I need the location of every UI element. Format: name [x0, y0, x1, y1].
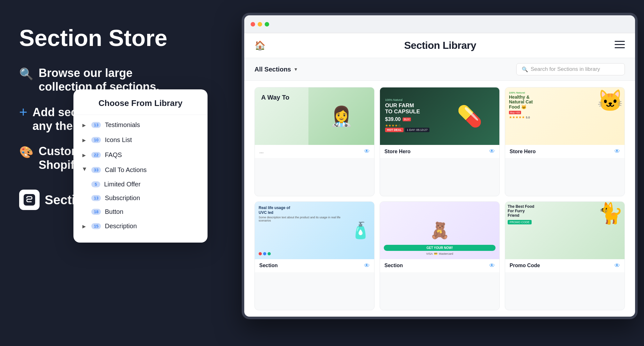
card-footer-3: Store Hero 👁 — [505, 145, 625, 158]
uvc-icons — [259, 252, 271, 255]
page-title: Section Store — [19, 26, 198, 51]
section-card-6: The Best FoodFor FurryFriend PROMO CODE … — [505, 201, 625, 311]
badge-limited-offer: 5 — [91, 181, 100, 187]
menu-item-faqs[interactable]: ▶ 22 FAQS — [73, 147, 208, 162]
uvc-desc: Some description text about the product … — [259, 216, 349, 222]
promo-details: GET YOUR NOW! VISA💳Mastercard — [384, 245, 496, 255]
label-testimonials: Testimonials — [105, 121, 140, 129]
svg-rect-2 — [615, 44, 625, 45]
dropdown-arrow-icon: ▼ — [293, 67, 298, 72]
badge-testimonials: 13 — [91, 122, 101, 128]
card3-content: 100% Natural Healthy &Natural CatFood 🐱 … — [509, 91, 533, 119]
section-card-3: 100% Natural Healthy &Natural CatFood 🐱 … — [505, 87, 625, 196]
card-image-2: 100% Natural OUR FARMTO CAPSULE $39.00 B… — [380, 87, 499, 145]
stars: ★★★★☆ — [385, 124, 401, 128]
label-button: Button — [105, 208, 123, 215]
chrome-minimize[interactable] — [258, 22, 262, 26]
card-image-1: A Way To 👩‍⚕️ — [255, 87, 374, 145]
label-icons-list: Icons List — [105, 136, 132, 144]
laptop-screen: 🏠 Section Library All Sections ▼ — [242, 13, 638, 319]
menu-item-testimonials[interactable]: ▶ 13 Testimonials — [73, 117, 208, 132]
menu-item-icons-list[interactable]: ▶ 10 Icons List — [73, 132, 208, 147]
badge-button: 18 — [91, 209, 101, 215]
label-limited-offer: Limited Offer — [104, 181, 140, 188]
uvc-product: 🧴 — [349, 204, 372, 257]
arrow-call-to-actions: ▶ — [82, 168, 87, 173]
card-image-5: 🧸 GET YOUR NOW! VISA💳Mastercard — [380, 202, 499, 259]
search-icon: 🔍 — [522, 66, 528, 72]
timer: 1 DAY: 05:13:27 — [405, 128, 429, 132]
cat-image: 🐱 — [597, 90, 623, 111]
eye-icon-5[interactable]: 👁 — [489, 262, 495, 269]
browser-chrome — [244, 15, 635, 33]
chrome-maximize[interactable] — [265, 22, 269, 26]
towel-image: 🧸 — [430, 221, 450, 240]
eye-icon-6[interactable]: 👁 — [614, 262, 620, 269]
badge-faqs: 22 — [91, 152, 101, 158]
badge-description: 15 — [91, 223, 101, 229]
svg-rect-1 — [615, 41, 625, 42]
svg-rect-3 — [615, 47, 625, 48]
sub-item-subscription[interactable]: 13 Subscription — [73, 191, 208, 205]
section-card-4: Real life usage ofUVC led Some descripti… — [254, 201, 375, 311]
way-to-text: A Way To — [261, 94, 289, 101]
library-header: 🏠 Section Library — [244, 33, 635, 58]
card-5-label: Section — [384, 263, 403, 268]
home-icon[interactable]: 🏠 — [254, 40, 266, 51]
arrow-description: ▶ — [82, 224, 87, 229]
natural-badge: 100% Natural — [385, 98, 403, 102]
all-sections-button[interactable]: All Sections ▼ — [254, 66, 298, 73]
badge-call-to-actions: 33 — [91, 167, 101, 173]
library-title: Section Library — [404, 40, 476, 51]
cat-food-content: The Best FoodFor FurryFriend PROMO CODE — [508, 204, 534, 224]
svg-rect-0 — [24, 194, 35, 206]
hamburger-icon[interactable] — [615, 41, 625, 50]
card-image-3: 100% Natural Healthy &Natural CatFood 🐱 … — [505, 87, 625, 145]
card-footer-1: … 👁 — [255, 145, 374, 158]
arrow-testimonials: ▶ — [82, 123, 87, 128]
library-toolbar: All Sections ▼ 🔍 Search for Sections in … — [244, 58, 635, 81]
sub-item-button[interactable]: 18 Button — [73, 205, 208, 219]
add-icon: + — [19, 104, 27, 120]
price-row: $39.00 BUY — [385, 117, 411, 122]
section-card-5: 🧸 GET YOUR NOW! VISA💳Mastercard Section … — [380, 201, 500, 311]
badge-subscription: 13 — [91, 195, 101, 201]
price: $39.00 — [385, 117, 401, 122]
label-description: Description — [105, 222, 137, 230]
badge-icons-list: 10 — [91, 137, 101, 143]
card-image-4: Real life usage ofUVC led Some descripti… — [255, 202, 374, 259]
arrow-icons-list: ▶ — [82, 138, 87, 143]
section-card-1: A Way To 👩‍⚕️ … 👁 — [254, 87, 375, 196]
sub-item-limited-offer[interactable]: 5 Limited Offer — [73, 177, 208, 191]
promo-cat: 🐈 — [598, 203, 623, 223]
card-footer-2: Store Hero 👁 — [380, 145, 499, 158]
hot-badge: HOT DEAL — [385, 128, 404, 132]
eye-icon-1[interactable]: 👁 — [364, 148, 370, 155]
section-library: 🏠 Section Library All Sections ▼ — [244, 33, 635, 317]
menu-item-call-to-actions[interactable]: ▶ 33 Call To Actions — [73, 162, 208, 177]
card-1-label: … — [259, 149, 264, 154]
farm-title: OUR FARMTO CAPSULE — [385, 103, 420, 115]
brand-icon — [19, 190, 40, 210]
choose-from-library-panel: Choose From Library ▶ 13 Testimonials ▶ … — [73, 89, 208, 243]
eye-icon-2[interactable]: 👁 — [489, 148, 495, 155]
eye-icon-3[interactable]: 👁 — [614, 148, 620, 155]
price-badge: BUY — [403, 117, 411, 121]
browse-icon: 🔍 — [19, 67, 34, 81]
card-image-6: The Best FoodFor FurryFriend PROMO CODE … — [505, 202, 625, 259]
section-card-2: 100% Natural OUR FARMTO CAPSULE $39.00 B… — [380, 87, 500, 196]
label-faqs: FAQS — [105, 151, 122, 159]
menu-item-description[interactable]: ▶ 15 Description — [73, 219, 208, 234]
card-6-label: Promo Code — [510, 263, 540, 268]
card-footer-5: Section 👁 — [380, 259, 499, 272]
arrow-faqs: ▶ — [82, 153, 87, 158]
card-footer-4: Section 👁 — [255, 259, 374, 272]
card-footer-6: Promo Code 👁 — [505, 259, 625, 272]
panel-title: Choose From Library — [73, 98, 208, 115]
eye-icon-4[interactable]: 👁 — [364, 262, 370, 269]
search-box[interactable]: 🔍 Search for Sections in library — [516, 63, 625, 75]
card-4-label: Section — [259, 263, 278, 268]
uvc-text: Real life usage ofUVC led — [259, 206, 290, 215]
cards-grid: A Way To 👩‍⚕️ … 👁 100% Natural OUR FARMT… — [244, 81, 635, 317]
chrome-close[interactable] — [251, 22, 255, 26]
